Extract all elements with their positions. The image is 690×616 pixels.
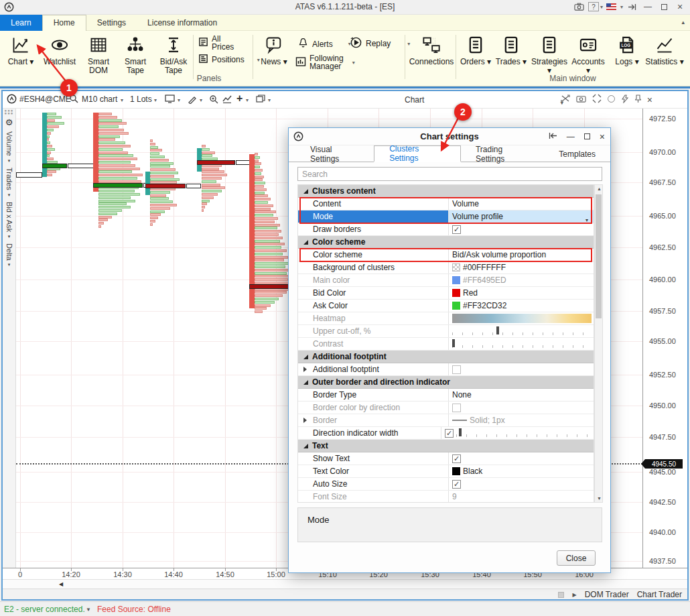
- setting-value[interactable]: [449, 325, 594, 337]
- chart-symbol[interactable]: #ESH4@CME: [19, 95, 71, 104]
- ribbon-button-statistics[interactable]: Statistics ▾: [644, 34, 685, 66]
- ribbon-button-all-prices[interactable]: AllPrices: [198, 35, 234, 51]
- sidebar-item-delta[interactable]: Delta▾: [3, 243, 15, 268]
- row-expand-icon[interactable]: [303, 418, 307, 423]
- setting-value[interactable]: [449, 402, 594, 414]
- add-caret-icon[interactable]: ▾: [246, 97, 249, 103]
- settings-group-clusters-content[interactable]: Clusters content: [298, 185, 594, 198]
- ribbon-button-trades[interactable]: Trades ▾: [494, 34, 528, 66]
- scrollbar-up-icon[interactable]: ▲: [597, 186, 602, 191]
- ribbon-button-connections[interactable]: Connections: [409, 34, 454, 66]
- setting-row-text-color[interactable]: Text ColorBlack: [298, 465, 594, 478]
- ribbon-button-smart-tape[interactable]: SmartTape: [118, 34, 153, 75]
- setting-row-draw-borders[interactable]: Draw borders✓: [298, 223, 594, 236]
- positions-caret-icon[interactable]: ▾: [257, 57, 260, 63]
- ribbon-collapse-icon[interactable]: ▴: [681, 19, 685, 25]
- dialog-close-button[interactable]: Close: [557, 550, 596, 566]
- setting-row-bid-color[interactable]: Bid ColorRed: [298, 287, 594, 300]
- setting-value[interactable]: Red: [449, 287, 594, 299]
- ribbon-button-chart[interactable]: Chart ▾: [3, 34, 39, 66]
- setting-value[interactable]: #FF6495ED: [449, 274, 594, 286]
- setting-row-background-of-clusters[interactable]: Background of clusters#00FFFFFF: [298, 261, 594, 274]
- slider[interactable]: [456, 428, 594, 438]
- sidebar-item-bid-x-ask[interactable]: Bid x Ask▾: [3, 202, 15, 239]
- timeframe-caret-icon[interactable]: ▾: [121, 97, 123, 103]
- close-chart-icon[interactable]: ×: [647, 95, 652, 105]
- strip-grip[interactable]: ●●●●●●: [3, 109, 15, 115]
- footer-panel-icon[interactable]: [558, 592, 564, 598]
- chart-screenshot-icon[interactable]: [576, 95, 586, 105]
- setting-row-ask-color[interactable]: Ask Color#FF32CD32: [298, 300, 594, 312]
- zoom-icon[interactable]: [209, 95, 218, 106]
- ribbon-button-watchlist[interactable]: Watchlist: [39, 34, 80, 66]
- dialog-tab-templates[interactable]: Templates: [544, 145, 610, 162]
- setting-value[interactable]: ✓: [441, 427, 594, 439]
- setting-value[interactable]: [449, 338, 594, 350]
- setting-row-border[interactable]: BorderSolid; 1px: [298, 414, 594, 427]
- layout-caret-icon[interactable]: ▾: [178, 97, 180, 103]
- help-caret-icon[interactable]: ▾: [600, 4, 603, 10]
- dialog-tab-clusters-settings[interactable]: Clusters Settings: [374, 145, 461, 162]
- help-button[interactable]: ?: [588, 2, 599, 11]
- dialog-maximize-button[interactable]: [584, 132, 590, 141]
- following-caret-icon[interactable]: ▾: [352, 60, 355, 66]
- setting-row-show-text[interactable]: Show Text✓: [298, 452, 594, 465]
- ribbon-button-alerts[interactable]: Alerts▾: [297, 37, 351, 51]
- sidebar-item-volume[interactable]: Volume▾: [3, 131, 15, 164]
- price-axis[interactable]: 4972.504970.004967.504965.004962.504960.…: [642, 109, 687, 568]
- slider[interactable]: [452, 326, 590, 336]
- color-caret-icon[interactable]: ▾: [561, 100, 563, 106]
- hotkeys-icon[interactable]: [621, 95, 629, 105]
- slider-handle[interactable]: [452, 339, 455, 347]
- settings-search-input[interactable]: [297, 167, 602, 181]
- color-circle-icon[interactable]: [608, 95, 615, 105]
- setting-value[interactable]: ✓: [449, 223, 594, 235]
- ribbon-button-bidask-tape[interactable]: Bid/AskTape: [155, 34, 192, 75]
- setting-row-auto-size[interactable]: Auto Size✓: [298, 478, 594, 491]
- connection-status[interactable]: E2 - server connected.: [4, 605, 85, 614]
- scrollbar-down-icon[interactable]: ▼: [597, 496, 602, 501]
- indicators-icon[interactable]: [222, 95, 232, 105]
- setting-row-contrast[interactable]: Contrast: [298, 338, 594, 351]
- layout-icon[interactable]: [165, 95, 175, 105]
- slider[interactable]: [452, 339, 590, 349]
- checkbox-unchecked[interactable]: [452, 404, 461, 412]
- ribbon-button-orders[interactable]: Orders ▾: [458, 34, 493, 66]
- dialog-close-icon[interactable]: ×: [600, 131, 605, 142]
- setting-value[interactable]: Volume profile▾: [449, 210, 594, 223]
- clone-window-icon[interactable]: [256, 95, 265, 105]
- slider-handle[interactable]: [496, 326, 499, 334]
- setting-row-heatmap[interactable]: Heatmap: [298, 312, 594, 325]
- row-expand-icon[interactable]: [303, 367, 307, 372]
- checkbox-checked[interactable]: ✓: [452, 225, 461, 234]
- maximize-button[interactable]: [657, 1, 671, 12]
- checkbox-checked[interactable]: ✓: [452, 480, 461, 489]
- footer-expand-icon[interactable]: ▶: [572, 592, 576, 598]
- setting-value[interactable]: Solid; 1px: [449, 414, 594, 426]
- ribbon-button-strategies[interactable]: Strategies ▾: [529, 34, 569, 75]
- chart-hscrollbar[interactable]: ◀: [3, 579, 687, 589]
- screenshot-icon[interactable]: [572, 1, 587, 12]
- setting-value[interactable]: [449, 312, 594, 324]
- ribbon-button-news[interactable]: News ▾: [257, 34, 291, 66]
- setting-value[interactable]: Black: [449, 465, 594, 477]
- ribbon-button-logs[interactable]: LOGLogs ▾: [611, 34, 643, 66]
- setting-row-font-size[interactable]: Font Size9: [298, 491, 594, 503]
- tab-settings[interactable]: Settings: [86, 15, 137, 31]
- ribbon-button-replay[interactable]: Replay▾: [350, 36, 410, 51]
- setting-row-main-color[interactable]: Main color#FF6495ED: [298, 274, 594, 287]
- setting-value[interactable]: Bid/Ask volume proportion: [449, 249, 594, 261]
- tab-home[interactable]: Home: [42, 15, 86, 31]
- draw-tool-icon[interactable]: [188, 95, 197, 106]
- chart-trader-toggle[interactable]: Chart Trader: [637, 590, 682, 599]
- setting-value[interactable]: Volume: [449, 198, 594, 210]
- checkbox-checked[interactable]: ✓: [445, 429, 454, 438]
- tab-license-information[interactable]: License information: [137, 15, 228, 31]
- setting-value[interactable]: #FF32CD32: [449, 300, 594, 312]
- ribbon-button-smart-dom[interactable]: SmartDOM: [82, 34, 115, 75]
- lots-selector[interactable]: 1 Lots: [130, 95, 152, 104]
- setting-value[interactable]: 9: [449, 491, 594, 503]
- add-indicator-icon[interactable]: +: [236, 93, 243, 105]
- replay-caret-icon[interactable]: ▾: [407, 41, 410, 47]
- chart-settings-gear-icon[interactable]: ⚙: [3, 117, 15, 127]
